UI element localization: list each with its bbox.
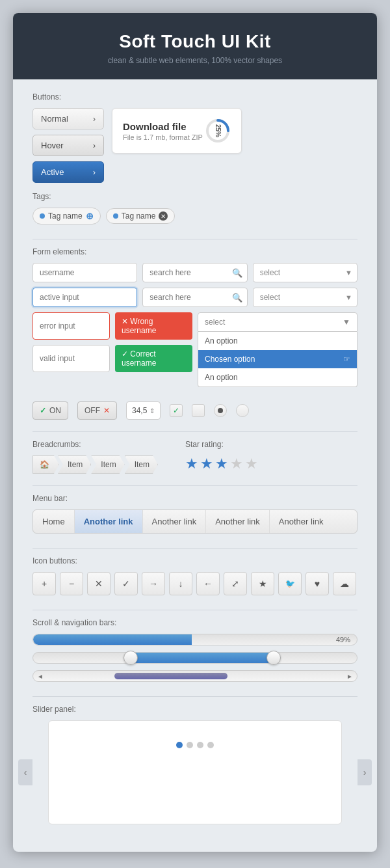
arrow-left-icon-btn[interactable]: ← bbox=[196, 572, 220, 595]
progress-bar: 49% bbox=[32, 634, 358, 645]
breadcrumbs: 🏠 Item Item Item bbox=[32, 455, 159, 474]
star-icon-btn[interactable]: ★ bbox=[251, 572, 274, 595]
hover-button[interactable]: Hover › bbox=[32, 135, 104, 156]
star-4[interactable]: ★ bbox=[230, 455, 243, 472]
radio-filled[interactable] bbox=[214, 404, 227, 417]
check-icon: ✓ bbox=[40, 406, 46, 415]
search-icon-2: 🔍 bbox=[232, 293, 242, 303]
x-icon: ✕ bbox=[103, 406, 110, 415]
tag-1[interactable]: Tag name ⊕ bbox=[32, 208, 101, 224]
tags-section: Tags: Tag name ⊕ Tag name ✕ bbox=[32, 192, 358, 224]
valid-input[interactable] bbox=[32, 345, 110, 372]
select-1[interactable]: select bbox=[253, 263, 358, 282]
active-button[interactable]: Active › bbox=[32, 161, 104, 183]
stars: ★ ★ ★ ★ ★ bbox=[185, 455, 258, 472]
slider-dot-4[interactable] bbox=[207, 742, 214, 748]
dropdown-field[interactable]: select ▼ bbox=[198, 312, 358, 332]
breadcrumb-home[interactable]: 🏠 bbox=[32, 455, 59, 474]
scroll-right-arrow[interactable]: ► bbox=[346, 673, 353, 680]
breadcrumb-item-2[interactable]: Item bbox=[91, 455, 124, 474]
horizontal-scrollbar[interactable]: ◄ ► bbox=[32, 670, 358, 682]
breadcrumb-item-1[interactable]: Item bbox=[58, 455, 91, 474]
breadcrumb-item-3[interactable]: Item bbox=[125, 455, 158, 474]
search-wrapper-2: 🔍 bbox=[142, 288, 247, 307]
dropdown-list: An option Chosen option ☞ An option bbox=[198, 332, 358, 387]
select-2[interactable]: select bbox=[253, 288, 358, 307]
range-handle-left[interactable] bbox=[124, 651, 138, 665]
star-rating-label: Star rating: bbox=[185, 440, 258, 449]
twitter-icon-btn[interactable]: 🐦 bbox=[278, 572, 302, 595]
menu-item-3[interactable]: Another link bbox=[206, 510, 270, 533]
toggle-off[interactable]: OFF ✕ bbox=[77, 401, 117, 420]
dropdown-option-2[interactable]: An option bbox=[198, 368, 357, 387]
range-fill bbox=[130, 653, 276, 663]
slider-dot-2[interactable] bbox=[187, 742, 193, 748]
menu-item-0[interactable]: Home bbox=[33, 510, 75, 533]
arrow-down-icon-btn[interactable]: ↓ bbox=[169, 572, 192, 595]
heart-icon-btn[interactable]: ♥ bbox=[306, 572, 329, 595]
slider-wrapper: ‹ › bbox=[32, 720, 358, 824]
arrow-right-icon-btn[interactable]: → bbox=[142, 572, 165, 595]
range-handle-right[interactable] bbox=[266, 651, 281, 665]
menu-item-2[interactable]: Another link bbox=[143, 510, 207, 533]
menu-item-4[interactable]: Another link bbox=[270, 510, 333, 533]
breadcrumbs-section: Breadcrumbs: 🏠 Item Item Item bbox=[32, 440, 159, 474]
form-section: Form elements: 🔍 select ▼ bbox=[32, 247, 358, 387]
cloud-icon-btn[interactable]: ☁ bbox=[333, 572, 356, 595]
scroll-thumb[interactable] bbox=[114, 673, 228, 679]
form-row-2: 🔍 select ▼ bbox=[32, 288, 358, 307]
close-icon-btn[interactable]: ✕ bbox=[87, 572, 110, 595]
slider-dot-3[interactable] bbox=[197, 742, 203, 748]
download-text: Download file File is 1.7 mb, format ZIP bbox=[123, 121, 203, 141]
stepper-arrows: ⇕ bbox=[150, 407, 155, 414]
star-5[interactable]: ★ bbox=[245, 455, 258, 472]
number-stepper[interactable]: 34,5 ⇕ bbox=[126, 401, 161, 420]
tag-2[interactable]: Tag name ✕ bbox=[106, 208, 176, 224]
slider-prev-button[interactable]: ‹ bbox=[18, 759, 32, 785]
icon-buttons-row: + − ✕ ✓ → ↓ ← ⤢ ★ 🐦 ♥ ☁ bbox=[32, 572, 358, 595]
star-2[interactable]: ★ bbox=[200, 455, 213, 472]
valid-row: ✓ Correct username bbox=[32, 345, 192, 372]
checkbox-checked[interactable]: ✓ bbox=[170, 404, 183, 417]
normal-button[interactable]: Normal › bbox=[32, 108, 104, 129]
error-input[interactable] bbox=[32, 312, 110, 340]
check-icon-btn[interactable]: ✓ bbox=[114, 572, 138, 595]
range-slider[interactable] bbox=[32, 652, 358, 664]
checkbox-empty[interactable] bbox=[192, 404, 205, 417]
error-badge: ✕ Wrong username bbox=[115, 312, 192, 340]
progress-pct: 25% bbox=[214, 124, 222, 137]
add-icon-btn[interactable]: + bbox=[32, 572, 56, 595]
username-input[interactable] bbox=[32, 263, 137, 282]
expand-icon-btn[interactable]: ⤢ bbox=[224, 572, 247, 595]
dropdown-option-1[interactable]: An option bbox=[198, 332, 357, 350]
arrow-icon: › bbox=[93, 168, 96, 177]
remove-icon[interactable]: ✕ bbox=[159, 211, 168, 221]
divider-6 bbox=[32, 696, 358, 697]
menu-label: Menu bar: bbox=[32, 494, 358, 503]
menu-section: Menu bar: Home Another link Another link… bbox=[32, 494, 358, 534]
divider-4 bbox=[32, 548, 358, 549]
star-3[interactable]: ★ bbox=[215, 455, 228, 472]
radio-empty[interactable] bbox=[236, 404, 249, 417]
slider-panel-section: Slider panel: ‹ › bbox=[32, 705, 358, 824]
select-wrapper-1: select ▼ bbox=[253, 263, 358, 282]
minus-icon-btn[interactable]: − bbox=[60, 572, 83, 595]
dropdown-arrow: ▼ bbox=[343, 318, 350, 327]
toggle-on[interactable]: ✓ ON bbox=[32, 401, 68, 420]
star-1[interactable]: ★ bbox=[185, 455, 198, 472]
slider-next-button[interactable]: › bbox=[358, 759, 372, 785]
buttons-row: Normal › Hover › Active › Download bbox=[32, 108, 358, 183]
checkmark-icon: ✓ bbox=[173, 406, 179, 415]
tag-dot bbox=[113, 213, 118, 219]
header-subtitle: clean & subtle web elements, 100% vector… bbox=[26, 56, 364, 65]
scroll-left-arrow[interactable]: ◄ bbox=[37, 673, 44, 680]
dropdown-option-chosen[interactable]: Chosen option ☞ bbox=[198, 350, 357, 368]
icon-buttons-section: Icon buttons: + − ✕ ✓ → ↓ ← ⤢ ★ 🐦 ♥ ☁ bbox=[32, 556, 358, 595]
add-icon[interactable]: ⊕ bbox=[86, 211, 94, 221]
content: Buttons: Normal › Hover › Active › bbox=[13, 79, 377, 852]
divider-5 bbox=[32, 610, 358, 610]
menu-item-1[interactable]: Another link bbox=[75, 510, 143, 533]
active-input[interactable] bbox=[32, 288, 137, 307]
arrow-icon: › bbox=[93, 115, 96, 124]
slider-dot-1[interactable] bbox=[176, 742, 183, 748]
